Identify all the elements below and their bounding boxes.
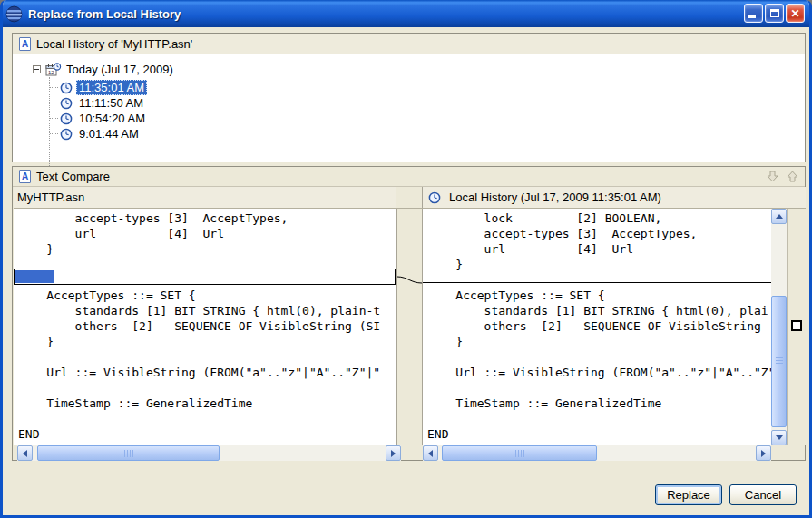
arrow-right-icon [391,450,396,457]
code-line: standards [1] BIT STRING { html(0), plai… [14,303,396,318]
code-line: Url ::= VisibleString (FROM("a".."z"|"A"… [14,365,396,380]
titlebar[interactable]: Replace from Local History ✕ [0,0,812,27]
code-line: TimeStamp ::= GeneralizedTime [14,396,396,411]
code-line: AcceptTypes ::= SET { [14,288,396,303]
code-line: others [2] SEQUENCE OF VisibleString [423,318,771,334]
history-entry-2[interactable]: 11:11:50 AM [50,95,146,111]
scroll-down-button[interactable] [771,430,787,445]
right-code-pane[interactable]: lock [2] BOOLEAN, accept-types [3] Accep… [423,209,771,445]
code-line: } [423,334,771,349]
history-entry-time: 9:01:44 AM [76,126,142,142]
maximize-icon [770,9,779,17]
scroll-right-button[interactable] [386,445,401,461]
code-line: accept-types [3] AcceptTypes, [14,210,396,226]
arrow-down-icon [776,435,783,440]
pane-header-gutter [396,187,423,208]
text-compare-header: A Text Compare [13,167,805,187]
history-entry-time: 11:35:01 AM [76,80,147,95]
horizontal-scroll-thumb[interactable] [37,445,220,461]
maximize-button[interactable] [765,4,784,23]
horizontal-scroll-thumb[interactable] [442,445,597,461]
difference-end-line [423,282,771,283]
code-line: END [14,426,396,442]
code-line: url [4] Url [14,226,396,241]
code-line [423,411,771,426]
code-line: others [2] SEQUENCE OF VisibleString (SI [14,318,396,334]
text-compare-panel: A Text Compare MyHTTP.asn Local History … [12,166,806,461]
calendar-clock-icon: 12 [45,63,62,77]
window-title: Replace from Local History [28,7,181,21]
replace-button[interactable]: Replace [655,484,722,505]
code-line: } [14,334,396,349]
clock-icon [428,191,441,204]
asn-file-icon: A [19,37,31,51]
code-line: AcceptTypes ::= SET { [423,288,771,303]
code-line [423,272,771,288]
code-line: accept-types [3] AcceptTypes, [423,226,771,241]
compare-code-area: accept-types [3] AcceptTypes, url [4] Ur… [14,209,806,445]
right-pane-header: Local History (Jul 17, 2009 11:35:01 AM) [423,187,806,208]
scroll-right-button[interactable] [756,445,771,461]
code-line: } [14,241,396,257]
tree-root-label: Today (Jul 17, 2009) [66,63,173,76]
code-line [14,411,396,426]
scroll-left-button[interactable] [17,445,33,461]
code-line: TimeStamp ::= GeneralizedTime [423,396,771,411]
local-history-header: A Local History of 'MyHTTP.asn' [13,34,805,54]
code-line [14,380,396,396]
code-line: } [423,257,771,272]
arrow-left-icon [23,450,27,457]
close-icon: ✕ [787,5,804,22]
clock-icon [60,128,73,141]
minimize-button[interactable] [744,4,763,23]
compare-pane-headers: MyHTTP.asn Local History (Jul 17, 2009 1… [14,187,806,209]
local-history-header-label: Local History of 'MyHTTP.asn' [36,37,192,51]
right-pane-title: Local History (Jul 17, 2009 11:35:01 AM) [449,191,661,204]
selected-difference-box [14,269,396,285]
scroll-left-button[interactable] [423,445,438,461]
asn-file-icon: A [19,170,31,183]
text-compare-label: Text Compare [36,170,110,183]
right-pane-vertical-scrollbar[interactable] [771,209,787,445]
code-line [423,380,771,396]
history-entry-3[interactable]: 10:54:20 AM [50,111,148,126]
code-line [423,349,771,365]
code-line: url [4] Url [423,241,771,257]
history-entry-4[interactable]: 9:01:44 AM [50,126,142,142]
replace-from-local-history-dialog: Replace from Local History ✕ A Local His… [0,0,812,518]
code-line [14,349,396,365]
history-entry-time: 10:54:20 AM [76,111,148,126]
difference-overview-marker[interactable] [791,320,802,331]
clock-icon [60,112,73,125]
left-pane-horizontal-scrollbar[interactable] [17,445,401,461]
next-difference-button[interactable] [764,169,780,185]
close-button[interactable]: ✕ [786,4,805,23]
history-entry-1[interactable]: 11:35:01 AM [50,80,147,95]
code-line: lock [2] BOOLEAN, [423,210,771,226]
previous-difference-button[interactable] [784,169,800,185]
arrow-left-icon [428,450,433,457]
vertical-scroll-thumb[interactable] [771,296,787,427]
history-entry-time: 11:11:50 AM [76,95,146,111]
difference-fill [15,270,54,283]
right-pane-horizontal-scrollbar[interactable] [423,445,771,461]
arrow-down-icon [765,169,780,184]
clock-icon [60,97,73,110]
left-pane-title: MyHTTP.asn [14,187,396,208]
eclipse-logo-icon [5,5,23,23]
arrow-up-icon [785,169,800,184]
arrow-right-icon [761,450,766,457]
left-code-pane[interactable]: accept-types [3] AcceptTypes, url [4] Ur… [14,209,396,445]
svg-text:12: 12 [48,69,54,74]
history-tree[interactable]: 12 Today (Jul 17, 2009) 11:35:01 AM [13,54,805,162]
scroll-up-button[interactable] [771,209,787,224]
arrow-up-icon [776,214,783,219]
clock-icon [60,82,73,94]
difference-connector-line [397,209,422,445]
diff-overview-ruler[interactable] [787,209,806,445]
collapse-expander-icon[interactable] [33,65,41,73]
minimize-icon [748,15,756,18]
cancel-button[interactable]: Cancel [729,484,797,505]
code-line: Url ::= VisibleString (FROM("a".."z"|"A"… [423,365,771,380]
tree-root-today[interactable]: 12 Today (Jul 17, 2009) [33,62,173,77]
